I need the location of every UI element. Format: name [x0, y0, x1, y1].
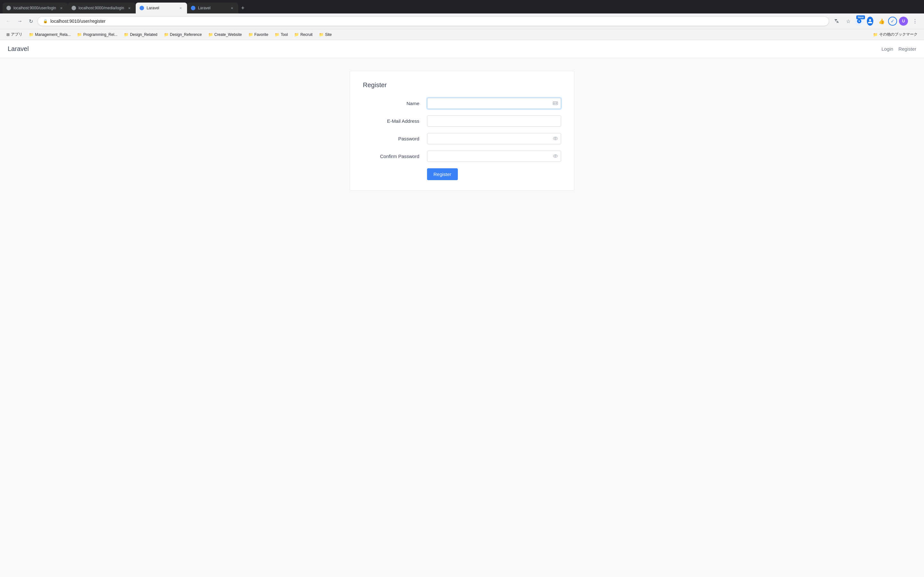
url-text: localhost:9010/user/register — [50, 19, 824, 24]
folder-icon: 📁 — [29, 32, 34, 37]
bookmark-management[interactable]: 📁 Management_Rela... — [26, 31, 73, 38]
app-brand: Laravel — [8, 45, 29, 53]
tab-title-3: Laravel — [147, 6, 176, 10]
password-input[interactable] — [427, 133, 561, 144]
thumbs-up-button[interactable]: 👍 — [877, 16, 887, 26]
account-circle — [867, 17, 873, 26]
tab-close-1[interactable]: ✕ — [59, 5, 64, 11]
bookmark-favorite[interactable]: 📁 Favorite — [246, 31, 271, 38]
contact-card-icon — [553, 101, 558, 106]
register-title: Register — [363, 81, 561, 89]
account-button[interactable] — [865, 16, 875, 26]
svg-point-6 — [555, 137, 556, 139]
svg-point-1 — [554, 103, 555, 104]
tab-bar: localhost:9000/user/login ✕ localhost:90… — [0, 0, 924, 13]
name-input[interactable] — [427, 98, 561, 109]
email-label: E-Mail Address — [363, 118, 427, 124]
confirm-password-eye-icon[interactable] — [553, 154, 558, 159]
bookmark-other-label: その他のブックマーク — [879, 32, 918, 37]
bookmark-site-label: Site — [325, 32, 332, 37]
tab-title-4: Laravel — [198, 6, 227, 10]
folder-icon-8: 📁 — [294, 32, 299, 37]
tab-4[interactable]: Laravel ✕ — [187, 3, 238, 13]
tab-close-2[interactable]: ✕ — [127, 5, 132, 11]
confirm-password-row: Confirm Password — [363, 151, 561, 162]
user-avatar-button[interactable]: U — [898, 16, 909, 26]
folder-icon-10: 📁 — [873, 32, 878, 37]
new-tab-button[interactable]: + — [238, 3, 247, 13]
tab-1[interactable]: localhost:9000/user/login ✕ — [3, 3, 68, 13]
bookmark-programming-label: Programming_Rel... — [83, 32, 118, 37]
new-badge: New — [856, 15, 865, 19]
register-submit-button[interactable]: Register — [427, 168, 458, 180]
bookmarks-bar: ⊞ アプリ 📁 Management_Rela... 📁 Programming… — [0, 29, 924, 40]
confirm-password-input[interactable] — [427, 151, 561, 162]
profile-area: New — [855, 17, 864, 26]
toolbar-icons: ☆ New 👍 ✓ U ⋮ — [832, 16, 920, 26]
secure-icon: 🔒 — [43, 19, 48, 23]
svg-point-8 — [555, 155, 556, 156]
url-bar[interactable]: 🔒 localhost:9010/user/register — [37, 16, 829, 26]
user-avatar: U — [899, 17, 908, 26]
svg-point-7 — [553, 155, 557, 157]
tab-favicon-2 — [71, 6, 76, 10]
nav-links: Login Register — [881, 46, 916, 52]
tab-favicon-4 — [191, 6, 195, 10]
bookmark-recruit[interactable]: 📁 Recruit — [292, 31, 315, 38]
translate-button[interactable] — [832, 16, 842, 26]
email-input[interactable] — [427, 115, 561, 127]
nav-register-link[interactable]: Register — [898, 46, 916, 52]
confirm-password-input-wrap — [427, 151, 561, 162]
bookmark-tool[interactable]: 📁 Tool — [272, 31, 290, 38]
nav-login-link[interactable]: Login — [881, 46, 893, 52]
bookmark-design[interactable]: 📁 Design_Related — [121, 31, 160, 38]
bookmark-tool-label: Tool — [281, 32, 288, 37]
bookmark-apps[interactable]: ⊞ アプリ — [4, 31, 25, 39]
svg-point-5 — [553, 137, 557, 140]
name-input-wrap — [427, 98, 561, 109]
bookmark-site[interactable]: 📁 Site — [317, 31, 334, 38]
folder-icon-2: 📁 — [77, 32, 82, 37]
register-container: Register Name — [0, 58, 924, 203]
bookmark-programming[interactable]: 📁 Programming_Rel... — [74, 31, 120, 38]
register-card: Register Name — [350, 71, 574, 191]
bookmark-apps-label: アプリ — [11, 32, 23, 37]
password-eye-icon[interactable] — [553, 136, 558, 141]
folder-icon-7: 📁 — [275, 32, 279, 37]
tab-favicon-1 — [6, 6, 11, 10]
folder-icon-4: 📁 — [164, 32, 169, 37]
forward-button[interactable]: → — [15, 16, 24, 26]
folder-icon-5: 📁 — [208, 32, 213, 37]
password-row: Password — [363, 133, 561, 144]
tab-title-2: localhost:9000/media/login — [79, 6, 124, 10]
name-row: Name — [363, 98, 561, 109]
tab-close-3[interactable]: ✕ — [178, 5, 183, 11]
bookmark-other[interactable]: 📁 その他のブックマーク — [871, 31, 920, 39]
name-label: Name — [363, 101, 427, 106]
email-row: E-Mail Address — [363, 115, 561, 127]
bookmark-design-label: Design_Related — [130, 32, 157, 37]
bookmark-management-label: Management_Rela... — [35, 32, 71, 37]
page-content: Laravel Login Register Register Name — [0, 40, 924, 577]
tab-3[interactable]: Laravel ✕ — [136, 3, 187, 13]
apps-icon: ⊞ — [6, 32, 10, 37]
bookmark-create-website-label: Create_Website — [214, 32, 242, 37]
confirm-password-label: Confirm Password — [363, 153, 427, 159]
back-button[interactable]: ← — [4, 16, 13, 26]
tab-title-1: localhost:9000/user/login — [13, 6, 56, 10]
folder-icon-6: 📁 — [248, 32, 253, 37]
bookmark-design-ref-label: Design_Reference — [170, 32, 202, 37]
menu-button[interactable]: ⋮ — [910, 16, 920, 26]
password-input-wrap — [427, 133, 561, 144]
bookmark-star-button[interactable]: ☆ — [843, 16, 853, 26]
tab-2[interactable]: localhost:9000/media/login ✕ — [68, 3, 136, 13]
app-navbar: Laravel Login Register — [0, 40, 924, 58]
bookmark-design-ref[interactable]: 📁 Design_Reference — [162, 31, 204, 38]
check-circle: ✓ — [888, 17, 897, 26]
reload-button[interactable]: ↻ — [27, 16, 35, 26]
email-input-wrap — [427, 115, 561, 127]
tab-close-4[interactable]: ✕ — [229, 5, 234, 11]
bookmark-create-website[interactable]: 📁 Create_Website — [206, 31, 244, 38]
bookmark-recruit-label: Recruit — [300, 32, 312, 37]
browser-chrome: localhost:9000/user/login ✕ localhost:90… — [0, 0, 924, 40]
